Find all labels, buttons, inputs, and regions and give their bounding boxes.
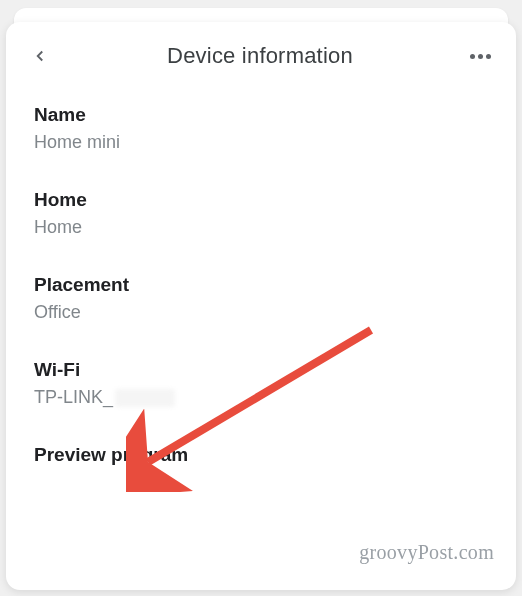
home-section[interactable]: Home Home (34, 189, 488, 238)
placement-value: Office (34, 302, 488, 323)
wifi-value-row: TP-LINK_ (34, 387, 488, 408)
wifi-redacted (115, 389, 175, 407)
home-value: Home (34, 217, 488, 238)
placement-label: Placement (34, 274, 488, 296)
main-card: Device information Name Home mini Home H… (6, 22, 516, 590)
name-value: Home mini (34, 132, 488, 153)
header-bar: Device information (6, 22, 516, 86)
wifi-label: Wi-Fi (34, 359, 488, 381)
placement-section[interactable]: Placement Office (34, 274, 488, 323)
name-label: Name (34, 104, 488, 126)
dots-horizontal-icon (470, 54, 475, 59)
more-options-button[interactable] (464, 40, 496, 72)
page-title: Device information (56, 43, 464, 69)
back-button[interactable] (24, 40, 56, 72)
chevron-left-icon (31, 47, 49, 65)
name-section[interactable]: Name Home mini (34, 104, 488, 153)
watermark-text: groovyPost.com (359, 541, 494, 564)
wifi-value: TP-LINK_ (34, 387, 113, 408)
preview-program-label: Preview program (34, 444, 488, 466)
wifi-section[interactable]: Wi-Fi TP-LINK_ (34, 359, 488, 408)
home-label: Home (34, 189, 488, 211)
preview-program-section[interactable]: Preview program (34, 444, 488, 466)
content-area: Name Home mini Home Home Placement Offic… (6, 86, 516, 466)
